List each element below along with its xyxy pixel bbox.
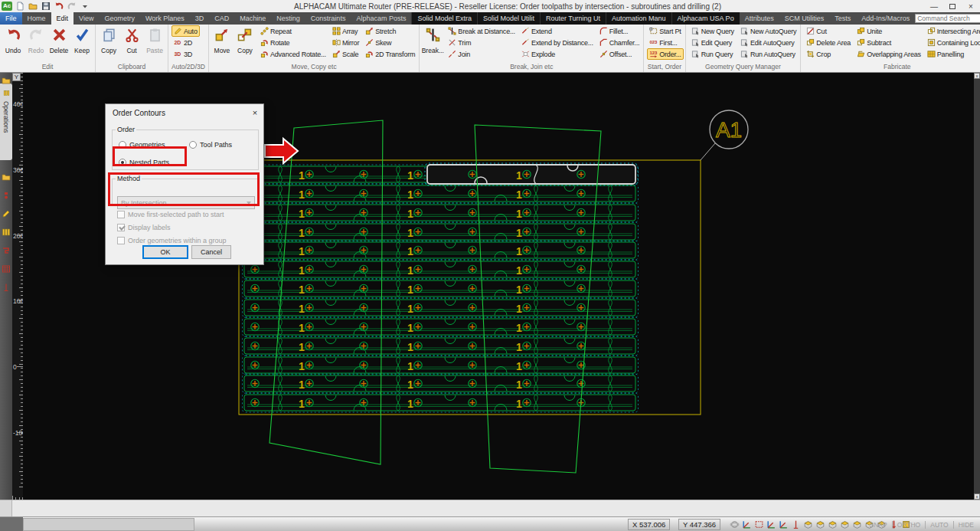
toggle-hide[interactable]: HIDE (953, 521, 978, 529)
scale-button[interactable]: Scale (330, 48, 361, 60)
clamp-icon[interactable] (2, 244, 11, 254)
tab-file[interactable]: File (0, 12, 22, 25)
radio-tool-paths-circle[interactable] (189, 141, 197, 149)
overlapping-areas-button[interactable]: Overlapping Areas (854, 48, 923, 60)
tab-scm-utilities[interactable]: SCM Utilities (779, 12, 830, 25)
order-button[interactable]: 123Order... (647, 48, 683, 60)
cut-button[interactable]: Cut (120, 25, 143, 54)
advanced-rotate-button[interactable]: Advanced Rotate... (258, 48, 328, 60)
run-query-button[interactable]: Run Query (689, 48, 737, 60)
project-folder-icon[interactable] (2, 74, 11, 84)
horizontal-scrollbar[interactable] (0, 500, 980, 516)
tooling-icon[interactable] (2, 208, 11, 217)
checkbox-move-first-selected-box[interactable] (117, 211, 125, 218)
tab-automation-manu[interactable]: Automation Manu (606, 12, 671, 25)
method-combobox[interactable]: By Intersection (117, 196, 255, 209)
tab-view[interactable]: View (74, 12, 99, 25)
radio-tool-paths[interactable]: Tool Paths (189, 141, 232, 149)
tab-alphacam-posts[interactable]: Alphacam Posts (351, 12, 411, 25)
new-file-icon[interactable] (15, 2, 25, 11)
tab-home[interactable]: Home (22, 12, 51, 25)
view-orbit-icon[interactable] (729, 519, 740, 530)
offset-button[interactable]: Offset... (597, 48, 642, 60)
radio-nested-parts-circle[interactable] (119, 159, 126, 166)
tab-solid-model-extra[interactable]: Solid Model Extra (411, 12, 477, 25)
close-button[interactable]: × (962, 1, 980, 12)
scrollbar-close-top-icon[interactable]: x (974, 73, 980, 79)
view-cube-right-icon[interactable] (851, 519, 862, 530)
zoom-window-icon[interactable] (753, 519, 764, 530)
mesh-icon[interactable] (2, 263, 11, 272)
undo-button[interactable]: Undo (2, 25, 24, 54)
tab-add-ins-macros[interactable]: Add-Ins/Macros (856, 12, 915, 25)
paste-button[interactable]: Paste (143, 25, 166, 54)
view-cube-back-icon[interactable] (827, 519, 838, 530)
scrollbar-close-bottom-icon[interactable]: x (974, 493, 980, 500)
checkbox-display-labels[interactable]: Display labels (117, 224, 171, 231)
extend-by-distance-button[interactable]: Extend by Distance... (519, 37, 596, 48)
customize-quick-access-icon[interactable] (80, 2, 90, 11)
tab-cad[interactable]: CAD (209, 12, 234, 25)
operations-panel-tab[interactable]: Operations (0, 84, 12, 160)
copy-button[interactable]: Copy (97, 25, 120, 54)
run-autoquery-button[interactable]: Run AutoQuery (738, 48, 799, 60)
tab-nesting[interactable]: Nesting (271, 12, 305, 25)
tab-attributes[interactable]: Attributes (740, 12, 779, 25)
toggle-snap[interactable]: SNAP (865, 521, 892, 529)
trim-button[interactable]: Trim (446, 37, 518, 48)
3d-button[interactable]: 3D3D (172, 48, 200, 60)
copy-button[interactable]: Copy (234, 25, 256, 54)
tab-alphacam-usa-po[interactable]: Alphacam USA Po (671, 12, 740, 25)
redo-button[interactable]: Redo (24, 25, 47, 54)
tab-geometry[interactable]: Geometry (99, 12, 140, 25)
ucs-icon[interactable] (766, 519, 776, 530)
tab-tests[interactable]: Tests (829, 12, 856, 25)
layers-icon[interactable] (2, 226, 11, 235)
dialog-title-bar[interactable]: Order Contours × (106, 104, 263, 121)
undo-icon[interactable] (54, 2, 64, 11)
delete-button[interactable]: Delete (47, 25, 70, 54)
radio-nested-parts[interactable]: Nested Parts (119, 159, 169, 166)
tab-solid-model-utilit[interactable]: Solid Model Utilit (477, 12, 540, 25)
move-button[interactable]: Move (211, 25, 234, 54)
materials-folder-icon[interactable] (2, 171, 11, 180)
tab-edit[interactable]: Edit (51, 12, 74, 25)
radio-geometries[interactable]: Geometries (119, 141, 165, 149)
panelling-button[interactable]: Panelling (925, 48, 980, 60)
tab-work-planes[interactable]: Work Planes (140, 12, 190, 25)
checkbox-order-geometries-group[interactable]: Order geometries within a group (117, 237, 227, 244)
dialog-close-icon[interactable]: × (247, 108, 263, 117)
2d-transform-button[interactable]: 2D Transform (363, 48, 417, 60)
z-axis-icon[interactable] (790, 519, 801, 530)
view-cube-left-icon[interactable] (839, 519, 850, 530)
redo-icon[interactable] (67, 2, 77, 11)
checkbox-move-first-selected[interactable]: Move first-selected path to start (117, 211, 224, 218)
break-button[interactable]: Break... (421, 25, 444, 54)
command-search-input[interactable] (915, 14, 980, 23)
cancel-button[interactable]: Cancel (191, 245, 231, 259)
ok-button[interactable]: OK (142, 245, 188, 259)
vertical-scrollbar[interactable]: x x (974, 73, 980, 500)
extend-button[interactable]: Extend (519, 25, 596, 37)
view-cube-top-icon[interactable] (802, 519, 813, 530)
keep-button[interactable]: Keep (70, 25, 93, 54)
tab-constraints[interactable]: Constraints (305, 12, 351, 25)
toggle-ortho[interactable]: ORTHO (892, 521, 926, 529)
xyz-axes-icon[interactable] (778, 519, 789, 530)
tab-3d[interactable]: 3D (190, 12, 210, 25)
crop-button[interactable]: Crop (804, 48, 853, 60)
explode-button[interactable]: Explode (519, 48, 596, 60)
open-file-icon[interactable] (28, 2, 38, 11)
plumb-line-icon[interactable] (2, 281, 11, 290)
tab-machine[interactable]: Machine (234, 12, 271, 25)
tool-marker-icon[interactable] (2, 189, 11, 198)
save-icon[interactable] (41, 2, 51, 11)
checkbox-order-geometries-group-box[interactable] (117, 237, 125, 244)
tab-router-turning-ut[interactable]: Router Turning Ut (540, 12, 606, 25)
toggle-auto[interactable]: AUTO (925, 521, 952, 529)
maximize-button[interactable] (943, 1, 962, 12)
minimize-button[interactable]: — (925, 1, 943, 12)
view-rotate-icon[interactable] (741, 519, 752, 530)
checkbox-display-labels-box[interactable] (117, 224, 125, 231)
radio-geometries-circle[interactable] (119, 141, 126, 149)
